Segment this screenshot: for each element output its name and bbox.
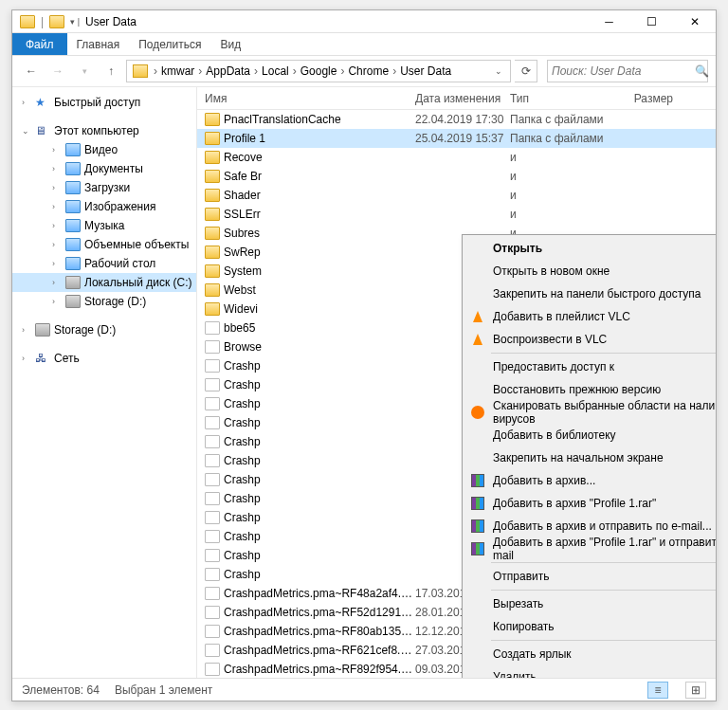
qat-separator: |: [41, 15, 44, 28]
icons-view-button[interactable]: ⊞: [685, 682, 706, 699]
qat-dropdown[interactable]: ▾ |: [70, 17, 80, 27]
sidebar-network[interactable]: ›🖧Сеть: [12, 349, 196, 368]
up-button[interactable]: ↑: [100, 60, 122, 82]
file-name: Crashp: [224, 473, 415, 486]
winrar-icon: [470, 496, 485, 511]
file-name: CrashpadMetrics.pma~RF892f954.TMP: [224, 663, 415, 676]
chevron-right-icon[interactable]: ›: [252, 64, 260, 78]
recent-dropdown[interactable]: ▾: [73, 60, 96, 82]
file-icon: [205, 568, 220, 581]
col-type[interactable]: Тип: [510, 92, 614, 105]
chevron-right-icon[interactable]: ›: [391, 64, 398, 78]
file-name: Crashp: [224, 454, 415, 467]
separator: [491, 590, 716, 591]
maximize-button[interactable]: ☐: [630, 8, 673, 36]
ctx-add-archive-email[interactable]: Добавить в архив и отправить по e-mail..…: [464, 515, 716, 537]
ctx-vlc-play[interactable]: Воспроизвести в VLC: [464, 328, 716, 351]
folder-icon: [65, 257, 81, 270]
file-name: CrashpadMetrics.pma~RF80ab135.TMP: [224, 625, 415, 638]
search-box[interactable]: 🔍: [547, 60, 708, 82]
ctx-open-new-window[interactable]: Открыть в новом окне: [464, 260, 716, 282]
disk-icon: [65, 276, 81, 289]
breadcrumb[interactable]: kmwar: [159, 64, 196, 78]
ctx-open[interactable]: Открыть: [464, 237, 716, 260]
file-name: Subres: [224, 227, 415, 240]
context-menu: Открыть Открыть в новом окне Закрепить н…: [462, 234, 716, 678]
sidebar-item[interactable]: ›Видео: [12, 140, 196, 159]
folder-icon: [205, 189, 220, 202]
breadcrumb[interactable]: AppData: [204, 64, 252, 78]
ctx-add-rar-email[interactable]: Добавить в архив "Profile 1.rar" и отпра…: [464, 537, 716, 560]
file-icon: [205, 359, 220, 373]
file-icon: [205, 530, 220, 543]
ctx-add-library[interactable]: Добавить в библиотеку▶: [464, 424, 716, 446]
breadcrumb[interactable]: Google: [299, 64, 339, 78]
col-name[interactable]: Имя: [197, 92, 415, 105]
tab-home[interactable]: Главная: [67, 33, 130, 55]
close-button[interactable]: ✕: [673, 8, 716, 36]
minimize-button[interactable]: ─: [588, 8, 630, 36]
ctx-copy[interactable]: Копировать: [464, 615, 716, 638]
sidebar-storage[interactable]: ›Storage (D:): [12, 292, 196, 311]
sidebar-item[interactable]: ›Изображения: [12, 197, 196, 216]
sidebar-item[interactable]: ›Музыка: [12, 216, 196, 235]
table-row[interactable]: Profile 125.04.2019 15:37Папка с файлами: [197, 129, 716, 148]
file-name: Browse: [224, 340, 415, 354]
chevron-right-icon[interactable]: ›: [152, 64, 159, 78]
ctx-send[interactable]: Отправить▶: [464, 565, 716, 588]
table-row[interactable]: SSLErrи: [197, 205, 716, 224]
table-row[interactable]: Recoveи: [197, 148, 716, 167]
file-name: Crashp: [224, 568, 415, 581]
sidebar-storage-root[interactable]: ›Storage (D:): [12, 320, 196, 339]
chevron-right-icon[interactable]: ›: [196, 64, 204, 78]
sidebar-item[interactable]: ›Загрузки: [12, 178, 196, 197]
file-menu[interactable]: Файл: [12, 33, 67, 55]
table-row[interactable]: PnaclTranslationCache22.04.2019 17:30Пап…: [197, 110, 716, 129]
ctx-add-archive[interactable]: Добавить в архив...: [464, 469, 716, 492]
back-button[interactable]: ←: [20, 60, 43, 82]
chevron-right-icon[interactable]: ›: [338, 64, 346, 78]
file-icon: [205, 549, 220, 562]
details-view-button[interactable]: ≡: [647, 682, 668, 699]
file-name: bbe65: [224, 321, 415, 335]
file-icon: [205, 454, 220, 467]
breadcrumb[interactable]: Local: [260, 64, 291, 78]
ctx-vlc-add-playlist[interactable]: Добавить в плейлист VLC: [464, 305, 716, 328]
ctx-pin-start[interactable]: Закрепить на начальном экране: [464, 446, 716, 469]
sidebar-this-pc[interactable]: ⌄🖥Этот компьютер: [12, 121, 196, 140]
folder-icon: [205, 113, 220, 126]
sidebar-local-disk[interactable]: ›Локальный диск (C:): [12, 273, 196, 292]
star-icon: ★: [35, 96, 50, 109]
chevron-right-icon[interactable]: ›: [291, 64, 299, 78]
col-size[interactable]: Размер: [614, 92, 681, 105]
ctx-restore-version[interactable]: Восстановить прежнюю версию: [464, 378, 716, 401]
col-date[interactable]: Дата изменения: [415, 92, 510, 105]
breadcrumb[interactable]: Chrome: [346, 64, 391, 78]
ctx-give-access[interactable]: Предоставить доступ к▶: [464, 355, 716, 378]
ctx-add-rar[interactable]: Добавить в архив "Profile 1.rar": [464, 492, 716, 515]
address-dropdown[interactable]: ⌄: [489, 66, 508, 76]
tab-view[interactable]: Вид: [210, 33, 250, 55]
table-row[interactable]: Safe Brи: [197, 167, 716, 186]
ctx-create-shortcut[interactable]: Создать ярлык: [464, 643, 716, 665]
ctx-pin-quick-access[interactable]: Закрепить на панели быстрого доступа: [464, 282, 716, 305]
forward-button[interactable]: →: [46, 60, 69, 82]
navigation-pane[interactable]: ›★Быстрый доступ ⌄🖥Этот компьютер ›Видео…: [12, 87, 197, 678]
table-row[interactable]: Shaderи: [197, 186, 716, 205]
sidebar-quick-access[interactable]: ›★Быстрый доступ: [12, 93, 196, 112]
file-type: и: [510, 151, 614, 164]
column-headers[interactable]: Имя Дата изменения Тип Размер: [197, 87, 716, 110]
file-list-pane: Имя Дата изменения Тип Размер PnaclTrans…: [197, 87, 716, 678]
sidebar-item[interactable]: ›Документы: [12, 159, 196, 178]
refresh-button[interactable]: ⟳: [515, 60, 537, 82]
ctx-scan-virus[interactable]: Сканировать выбранные области на наличие…: [464, 401, 716, 424]
sidebar-item[interactable]: ›Рабочий стол: [12, 254, 196, 273]
address-bar[interactable]: › kmwar › AppData › Local › Google › Chr…: [126, 60, 511, 82]
tab-share[interactable]: Поделиться: [129, 33, 210, 55]
sidebar-item[interactable]: ›Объемные объекты: [12, 235, 196, 254]
search-input[interactable]: [552, 64, 695, 78]
breadcrumb[interactable]: User Data: [398, 64, 453, 78]
ctx-delete[interactable]: Удалить: [464, 665, 716, 678]
ctx-cut[interactable]: Вырезать: [464, 592, 716, 615]
disk-icon: [35, 323, 50, 337]
